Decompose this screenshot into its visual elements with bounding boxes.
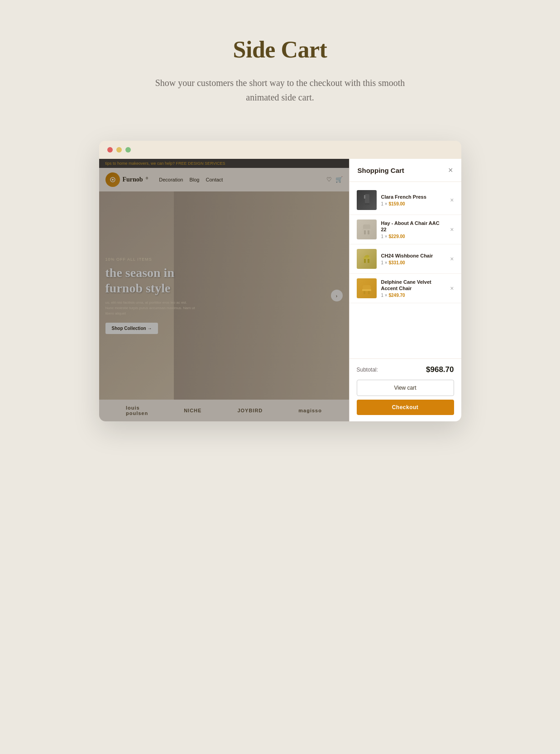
browser-mockup: tips to home makeovers, we can help? FRE… [99,141,461,421]
browser-dot-yellow [116,147,122,153]
page-subtitle: Show your customers the short way to the… [153,76,407,105]
subtotal-label: Subtotal: [357,367,378,373]
nav-link-blog: Blog [189,177,199,182]
topbar-text: tips to home makeovers, we can help? [105,161,175,166]
hero-promo: 10% OFF ALL ITEMS [105,257,196,262]
cart-item-info: Delphine Cane Velvet Accent Chair 1 × $2… [381,279,446,298]
nav-icons: ♡ 🛒 [326,176,343,183]
site-top-bar: tips to home makeovers, we can help? FRE… [99,159,349,168]
cart-item-remove-button[interactable]: × [450,196,454,204]
cart-item-info: Clara French Press 1 × $159.00 [381,194,446,206]
brand-louis-poulsen: louispoulsen [126,405,148,416]
svg-rect-7 [368,230,369,234]
view-cart-button[interactable]: View cart [357,380,454,396]
cart-close-button[interactable]: × [448,166,453,174]
cart-item-info: Hay - About A Chair AAC 22 1 × $229.00 [381,220,446,239]
cart-item-qty-price: 1 × $229.00 [381,234,446,239]
nav-link-contact: Contact [206,177,223,182]
logo-icon [105,172,120,187]
cart-header: Shopping Cart × [349,159,461,182]
cart-icon: 🛒 [335,176,343,183]
nav-link-decoration: Decoration [159,177,183,182]
cart-item-price: $159.00 [388,201,405,206]
cart-items-list: Clara French Press 1 × $159.00 × [349,182,461,358]
cart-item-name: CH24 Wishbone Chair [381,253,446,259]
cart-item-thumbnail [357,278,377,298]
website-frame: tips to home makeovers, we can help? FRE… [99,159,461,421]
cart-item-thumbnail [357,190,377,210]
hero-image-bg [174,191,349,400]
nav-logo: Furnob° [105,172,148,187]
checkout-button[interactable]: Checkout [357,400,454,415]
cart-title: Shopping Cart [358,167,404,174]
hero-text-area: 10% OFF ALL ITEMS the season infurnob st… [105,257,196,334]
topbar-highlight: FREE DESIGN SERVICES [176,161,225,166]
cart-item-qty-price: 1 × $159.00 [381,201,446,206]
brands-bar: louispoulsen NICHE JOYBIRD magisso [99,400,349,421]
browser-bar [99,141,461,159]
cart-item-name: Clara French Press [381,194,446,200]
subtotal-amount: $968.70 [426,365,454,374]
shop-collection-button[interactable]: Shop Collection → [105,323,158,334]
hero-body: us, elit nisi facilisis urna, at porttit… [105,300,196,316]
cart-item-remove-button[interactable]: × [450,226,454,233]
cart-item-name: Hay - About A Chair AAC 22 [381,220,446,233]
cart-item-qty-price: 1 × $331.00 [381,260,446,265]
svg-rect-9 [364,258,366,263]
svg-rect-13 [364,291,365,294]
svg-rect-2 [365,194,369,203]
hero-section: 10% OFF ALL ITEMS the season infurnob st… [99,191,349,400]
wishlist-icon: ♡ [326,176,332,183]
nav-links: Decoration Blog Contact [159,177,223,182]
cart-subtotal: Subtotal: $968.70 [357,365,454,374]
cart-item: Clara French Press 1 × $159.00 × [349,186,461,215]
svg-rect-14 [368,291,370,294]
cart-item: Hay - About A Chair AAC 22 1 × $229.00 × [349,215,461,244]
cart-item-remove-button[interactable]: × [450,285,454,292]
cart-item: CH24 Wishbone Chair 1 × $331.00 × [349,244,461,274]
cart-item: Delphine Cane Velvet Accent Chair 1 × $2… [349,274,461,303]
hero-next-arrow[interactable]: › [331,290,343,301]
cart-item-price: $249.70 [388,293,405,298]
svg-rect-6 [364,230,366,234]
svg-rect-4 [365,203,369,205]
cart-item-thumbnail [357,220,377,239]
page-title: Side Cart [233,36,327,63]
cart-item-info: CH24 Wishbone Chair 1 × $331.00 [381,253,446,265]
svg-rect-15 [362,289,371,291]
cart-item-name: Delphine Cane Velvet Accent Chair [381,279,446,292]
svg-rect-11 [363,258,370,259]
side-cart-panel: Shopping Cart × Clara French Press [349,159,461,421]
cart-item-remove-button[interactable]: × [450,255,454,262]
svg-point-1 [112,179,114,181]
cart-footer: Subtotal: $968.70 View cart Checkout [349,358,461,421]
brand-niche: NICHE [184,408,201,413]
cart-item-thumbnail [357,249,377,269]
hero-heading: the season infurnob style [105,265,196,296]
svg-rect-10 [368,258,369,263]
svg-rect-8 [362,229,371,230]
browser-dot-green [125,147,131,153]
site-nav: Furnob° Decoration Blog Contact ♡ 🛒 [99,168,349,191]
website-content: tips to home makeovers, we can help? FRE… [99,159,349,421]
logo-text: Furnob [123,176,143,183]
brand-magisso: magisso [298,408,322,413]
cart-item-price: $229.00 [388,234,405,239]
svg-rect-3 [364,195,365,199]
brand-joybird: JOYBIRD [237,408,263,413]
cart-item-price: $331.00 [388,260,405,265]
cart-item-qty-price: 1 × $249.70 [381,293,446,298]
browser-dot-red [107,147,113,153]
